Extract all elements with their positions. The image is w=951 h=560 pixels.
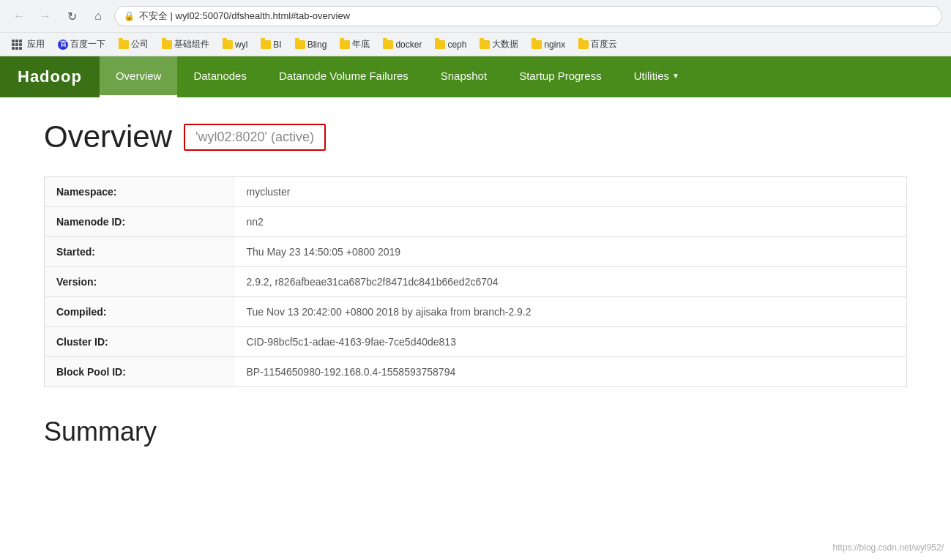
folder-icon [223,40,233,49]
bookmark-nginx-label: nginx [544,40,565,50]
back-button[interactable]: ← [9,6,29,26]
bookmark-bigdata-label: 大数据 [492,38,518,51]
table-label-namenode-id: Namenode ID: [45,207,235,237]
hadoop-brand: Hadoop [0,56,100,97]
summary-title: Summary [44,417,907,447]
bookmark-docker-label: docker [395,40,422,50]
table-row: Block Pool ID: BP-1154650980-192.168.0.4… [45,357,907,387]
bookmark-docker[interactable]: docker [377,37,428,52]
folder-icon [340,40,350,49]
bookmark-bigdata[interactable]: 大数据 [474,36,524,53]
table-row: Started: Thu May 23 14:50:05 +0800 2019 [45,237,907,267]
address-bar[interactable]: 🔒 不安全 | wyl02:50070/dfshealth.html#tab-o… [114,6,942,26]
bookmark-base[interactable]: 基础组件 [156,36,215,53]
folder-icon [119,40,129,49]
nav-item-snapshot[interactable]: Snapshot [425,56,503,97]
bookmark-bi[interactable]: BI [255,37,287,52]
bookmark-bi-label: BI [273,40,281,50]
overview-header: Overview 'wyl02:8020' (active) [44,119,907,154]
active-badge: 'wyl02:8020' (active) [184,124,326,151]
table-value-cluster-id: CID-98bcf5c1-adae-4163-9fae-7ce5d40de813 [235,327,907,357]
table-row: Namenode ID: nn2 [45,207,907,237]
bookmark-wyl[interactable]: wyl [217,37,253,52]
table-value-started: Thu May 23 14:50:05 +0800 2019 [235,237,907,267]
bookmark-company[interactable]: 公司 [113,36,154,53]
bookmark-ceph[interactable]: ceph [429,37,472,52]
page-title: Overview [44,119,172,154]
bookmark-baiduyun[interactable]: 百度云 [573,36,623,53]
bookmarks-bar: 应用 百 百度一下 公司 基础组件 wyl BI Bling 年底 [0,32,951,56]
folder-icon [295,40,305,49]
table-label-started: Started: [45,237,235,267]
browser-chrome: ← → ↻ ⌂ 🔒 不安全 | wyl02:50070/dfshealth.ht… [0,0,951,56]
bookmark-apps-label: 应用 [27,38,45,51]
table-value-namenode-id: nn2 [235,207,907,237]
forward-button[interactable]: → [35,6,56,26]
folder-icon [578,40,589,49]
info-table: Namespace: mycluster Namenode ID: nn2 St… [44,176,907,387]
table-label-namespace: Namespace: [45,177,235,207]
bookmark-ceph-label: ceph [447,40,466,50]
table-row: Compiled: Tue Nov 13 20:42:00 +0800 2018… [45,297,907,327]
bookmark-niandi[interactable]: 年底 [334,36,376,53]
security-icon: 🔒 [124,11,135,21]
bookmark-wyl-label: wyl [235,40,247,50]
nav-item-startup-progress[interactable]: Startup Progress [503,56,618,97]
table-row: Cluster ID: CID-98bcf5c1-adae-4163-9fae-… [45,327,907,357]
main-content: Overview 'wyl02:8020' (active) Namespace… [0,97,951,469]
bookmark-company-label: 公司 [131,38,149,51]
bookmark-nginx[interactable]: nginx [526,37,571,52]
table-value-block-pool-id: BP-1154650980-192.168.0.4-1558593758794 [235,357,907,387]
folder-icon [435,40,445,49]
url-text: 不安全 | wyl02:50070/dfshealth.html#tab-ove… [139,10,350,23]
table-label-block-pool-id: Block Pool ID: [45,357,235,387]
folder-icon [480,40,490,49]
bookmark-apps[interactable]: 应用 [6,36,51,53]
bookmark-niandi-label: 年底 [352,38,370,51]
table-row: Namespace: mycluster [45,177,907,207]
nav-item-datanode-volume-failures[interactable]: Datanode Volume Failures [263,56,425,97]
bookmark-baidu-label: 百度一下 [70,38,105,51]
table-value-namespace: mycluster [235,177,907,207]
table-value-compiled: Tue Nov 13 20:42:00 +0800 2018 by ajisak… [235,297,907,327]
folder-icon [532,40,542,49]
bookmark-base-label: 基础组件 [174,38,209,51]
bookmark-baiduyun-label: 百度云 [591,38,617,51]
folder-icon [261,40,271,49]
dropdown-arrow-icon: ▼ [672,72,679,80]
nav-item-datanodes[interactable]: Datanodes [177,56,263,97]
bookmark-bling-label: Bling [307,40,327,50]
apps-icon [12,40,22,50]
bookmark-baidu[interactable]: 百 百度一下 [52,36,111,53]
table-label-cluster-id: Cluster ID: [45,327,235,357]
reload-button[interactable]: ↻ [61,6,82,26]
table-row: Version: 2.9.2, r826afbeae31ca687bc2f847… [45,267,907,297]
table-value-version: 2.9.2, r826afbeae31ca687bc2f8471dc841b66… [235,267,907,297]
nav-item-utilities[interactable]: Utilities ▼ [618,56,695,97]
table-label-compiled: Compiled: [45,297,235,327]
browser-toolbar: ← → ↻ ⌂ 🔒 不安全 | wyl02:50070/dfshealth.ht… [0,0,951,32]
hadoop-navbar: Hadoop Overview Datanodes Datanode Volum… [0,56,951,97]
baidu-icon: 百 [58,40,68,50]
home-button[interactable]: ⌂ [88,6,108,26]
nav-items: Overview Datanodes Datanode Volume Failu… [100,56,695,97]
table-label-version: Version: [45,267,235,297]
bookmark-bling[interactable]: Bling [289,37,333,52]
folder-icon [162,40,172,49]
folder-icon [383,40,393,49]
nav-item-overview[interactable]: Overview [100,56,178,97]
